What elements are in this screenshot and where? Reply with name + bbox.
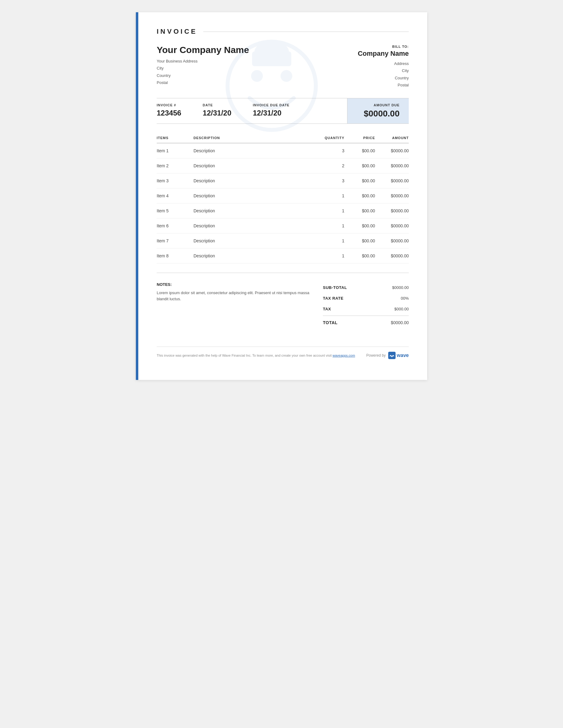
- bill-to-label: BILL TO:: [358, 45, 409, 48]
- item-amount: $0000.00: [375, 218, 409, 233]
- subtotal-label: SUB-TOTAL: [323, 285, 347, 290]
- company-section: Your Company Name Your Business Address …: [157, 45, 409, 89]
- total-label: TOTAL: [323, 320, 338, 325]
- invoice-content: INVOICE Your Company Name Your Business …: [136, 12, 427, 374]
- bottom-section: NOTES: Lorem ipsum dolor sit amet, conse…: [157, 282, 409, 328]
- col-header-quantity: QUANTITY: [314, 133, 344, 143]
- item-description: Description: [193, 173, 314, 188]
- item-name: Item 5: [157, 203, 193, 218]
- item-description: Description: [193, 188, 314, 203]
- item-amount: $0000.00: [375, 143, 409, 158]
- subtotal-row: SUB-TOTAL $0000.00: [323, 282, 409, 293]
- item-description: Description: [193, 233, 314, 248]
- powered-by-text: Powered by: [366, 353, 386, 358]
- due-date-value: 12/31/20: [253, 109, 290, 117]
- item-quantity: 1: [314, 248, 344, 263]
- table-header-row: ITEMS DESCRIPTION QUANTITY PRICE AMOUNT: [157, 133, 409, 143]
- wave-logo: wave: [388, 352, 409, 359]
- from-address: Your Business Address: [157, 58, 249, 65]
- item-name: Item 1: [157, 143, 193, 158]
- from-postal: Postal: [157, 79, 249, 86]
- item-price: $00.00: [344, 248, 375, 263]
- item-name: Item 4: [157, 188, 193, 203]
- footer: This invoice was generated with the help…: [157, 347, 409, 359]
- item-price: $00.00: [344, 143, 375, 158]
- item-quantity: 1: [314, 203, 344, 218]
- from-block: Your Company Name Your Business Address …: [157, 45, 249, 89]
- notes-block: NOTES: Lorem ipsum dolor sit amet, conse…: [157, 282, 311, 328]
- table-row: Item 4 Description 1 $00.00 $0000.00: [157, 188, 409, 203]
- item-quantity: 1: [314, 218, 344, 233]
- item-amount: $0000.00: [375, 203, 409, 218]
- amount-due-label: AMOUNT DUE: [374, 103, 400, 107]
- tax-value: $000.00: [394, 307, 409, 311]
- item-amount: $0000.00: [375, 158, 409, 173]
- tax-label: TAX: [323, 307, 331, 311]
- table-row: Item 7 Description 1 $00.00 $0000.00: [157, 233, 409, 248]
- invoice-num-value: 123456: [157, 109, 181, 117]
- item-quantity: 2: [314, 158, 344, 173]
- date-value: 12/31/20: [203, 109, 231, 117]
- total-value: $0000.00: [391, 320, 409, 325]
- item-quantity: 3: [314, 143, 344, 158]
- total-row: TOTAL $0000.00: [323, 317, 409, 328]
- item-price: $00.00: [344, 203, 375, 218]
- item-description: Description: [193, 203, 314, 218]
- item-price: $00.00: [344, 173, 375, 188]
- tax-rate-label: TAX RATE: [323, 296, 344, 301]
- item-quantity: 1: [314, 188, 344, 203]
- table-row: Item 5 Description 1 $00.00 $0000.00: [157, 203, 409, 218]
- item-name: Item 7: [157, 233, 193, 248]
- to-postal: Postal: [358, 82, 409, 89]
- amount-due-cell: AMOUNT DUE $0000.00: [348, 98, 409, 123]
- from-country: Country: [157, 72, 249, 79]
- item-amount: $0000.00: [375, 173, 409, 188]
- item-name: Item 8: [157, 248, 193, 263]
- date-cell: DATE 12/31/20: [203, 98, 240, 123]
- col-header-description: DESCRIPTION: [193, 133, 314, 143]
- title-divider: [203, 32, 409, 32]
- table-row: Item 1 Description 3 $00.00 $0000.00: [157, 143, 409, 158]
- item-price: $00.00: [344, 188, 375, 203]
- item-amount: $0000.00: [375, 188, 409, 203]
- item-description: Description: [193, 248, 314, 263]
- meta-section: INVOICE # 123456 DATE 12/31/20 INVOICE D…: [157, 98, 409, 124]
- due-date-cell: INVOICE DUE DATE 12/31/20: [253, 98, 299, 123]
- col-header-items: ITEMS: [157, 133, 193, 143]
- table-row: Item 6 Description 1 $00.00 $0000.00: [157, 218, 409, 233]
- item-name: Item 2: [157, 158, 193, 173]
- footer-text: This invoice was generated with the help…: [157, 354, 355, 357]
- col-header-amount: AMOUNT: [375, 133, 409, 143]
- from-city: City: [157, 65, 249, 72]
- item-description: Description: [193, 218, 314, 233]
- notes-label: NOTES:: [157, 282, 311, 287]
- item-amount: $0000.00: [375, 248, 409, 263]
- subtotal-value: $0000.00: [392, 285, 409, 290]
- item-quantity: 1: [314, 233, 344, 248]
- item-description: Description: [193, 158, 314, 173]
- footer-link[interactable]: waveapps.com: [333, 354, 355, 357]
- item-name: Item 3: [157, 173, 193, 188]
- items-table: ITEMS DESCRIPTION QUANTITY PRICE AMOUNT …: [157, 133, 409, 264]
- item-name: Item 6: [157, 218, 193, 233]
- table-row: Item 2 Description 2 $00.00 $0000.00: [157, 158, 409, 173]
- to-country: Country: [358, 74, 409, 82]
- invoice-title-row: INVOICE: [157, 28, 409, 36]
- wave-icon: [388, 352, 396, 359]
- amount-due-value: $0000.00: [364, 109, 400, 119]
- invoice-title: INVOICE: [157, 28, 197, 36]
- tax-rate-value: 00%: [401, 296, 409, 301]
- to-city: City: [358, 67, 409, 74]
- notes-text: Lorem ipsum dolor sit amet, consectetur …: [157, 290, 311, 303]
- invoice-num-label: INVOICE #: [157, 103, 181, 107]
- date-label: DATE: [203, 103, 231, 107]
- item-price: $00.00: [344, 233, 375, 248]
- wave-label: wave: [397, 353, 409, 358]
- totals-block: SUB-TOTAL $0000.00 TAX RATE 00% TAX $000…: [323, 282, 409, 328]
- item-description: Description: [193, 143, 314, 158]
- table-row: Item 8 Description 1 $00.00 $0000.00: [157, 248, 409, 263]
- invoice-page: INVOICE Your Company Name Your Business …: [136, 12, 427, 380]
- tax-row: TAX $000.00: [323, 304, 409, 314]
- from-company-name: Your Company Name: [157, 45, 249, 55]
- section-divider: [157, 273, 409, 273]
